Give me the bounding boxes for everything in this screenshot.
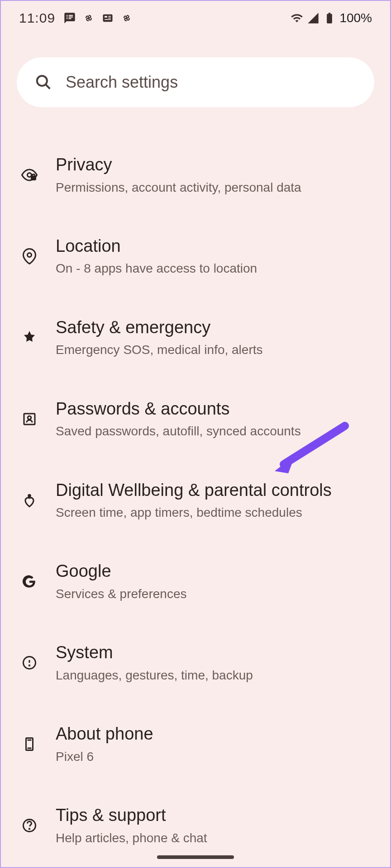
item-subtitle: Screen time, app timers, bedtime schedul…	[56, 505, 370, 521]
svg-rect-3	[108, 17, 111, 18]
notification-icons	[63, 12, 133, 24]
svg-point-12	[29, 495, 31, 497]
message-icon	[63, 12, 76, 24]
status-bar: 11:09 100%	[1, 1, 390, 35]
svg-rect-2	[108, 16, 111, 17]
setting-item-google[interactable]: Google Services & preferences	[1, 541, 390, 622]
setting-item-passwords[interactable]: Passwords & accounts Saved passwords, au…	[1, 378, 390, 460]
svg-rect-0	[103, 14, 113, 21]
svg-rect-8	[32, 176, 36, 180]
item-text: Passwords & accounts Saved passwords, au…	[56, 398, 370, 440]
setting-item-safety[interactable]: Safety & emergency Emergency SOS, medica…	[1, 297, 390, 378]
item-text: System Languages, gestures, time, backup	[56, 642, 370, 684]
item-title: Digital Wellbeing & parental controls	[56, 480, 370, 501]
item-title: Location	[56, 236, 370, 257]
svg-point-11	[28, 416, 31, 420]
status-bar-right: 100%	[291, 11, 372, 25]
svg-point-7	[28, 173, 32, 177]
svg-rect-1	[105, 16, 107, 18]
svg-line-6	[46, 85, 50, 89]
svg-rect-4	[105, 19, 111, 20]
battery-icon	[323, 12, 336, 24]
svg-point-5	[37, 76, 47, 86]
passwords-icon	[21, 411, 38, 427]
system-icon	[21, 655, 38, 671]
item-title: Safety & emergency	[56, 317, 370, 339]
svg-point-9	[28, 253, 32, 257]
item-text: Tips & support Help articles, phone & ch…	[56, 805, 370, 846]
setting-item-location[interactable]: Location On - 8 apps have access to loca…	[1, 216, 390, 297]
status-bar-left: 11:09	[19, 10, 133, 26]
search-icon	[35, 74, 52, 91]
setting-item-about[interactable]: About phone Pixel 6	[1, 703, 390, 785]
item-title: About phone	[56, 723, 370, 745]
item-title: Privacy	[56, 154, 370, 176]
item-text: About phone Pixel 6	[56, 723, 370, 765]
status-time: 11:09	[19, 10, 55, 26]
item-text: Safety & emergency Emergency SOS, medica…	[56, 317, 370, 359]
tips-icon	[21, 817, 38, 834]
setting-item-tips[interactable]: Tips & support Help articles, phone & ch…	[1, 785, 390, 866]
pinwheel-icon-2	[120, 12, 133, 24]
home-indicator[interactable]	[157, 855, 234, 859]
battery-percent: 100%	[339, 11, 372, 25]
privacy-icon	[21, 167, 38, 183]
setting-item-system[interactable]: System Languages, gestures, time, backup	[1, 622, 390, 703]
about-phone-icon	[21, 736, 38, 752]
item-text: Privacy Permissions, account activity, p…	[56, 154, 370, 196]
svg-point-20	[29, 829, 30, 830]
item-title: System	[56, 642, 370, 664]
item-subtitle: On - 8 apps have access to location	[56, 260, 370, 277]
item-title: Google	[56, 561, 370, 582]
location-icon	[21, 248, 38, 264]
wifi-icon	[291, 12, 303, 24]
item-text: Google Services & preferences	[56, 561, 370, 602]
item-subtitle: Emergency SOS, medical info, alerts	[56, 342, 370, 358]
item-subtitle: Permissions, account activity, personal …	[56, 179, 370, 196]
search-bar[interactable]: Search settings	[17, 57, 374, 107]
wellbeing-icon	[21, 492, 38, 509]
svg-point-15	[29, 665, 30, 666]
item-subtitle: Services & preferences	[56, 586, 370, 602]
pinwheel-icon	[82, 12, 95, 24]
setting-item-privacy[interactable]: Privacy Permissions, account activity, p…	[1, 134, 390, 216]
item-text: Location On - 8 apps have access to loca…	[56, 236, 370, 277]
signal-icon	[307, 12, 319, 24]
item-title: Passwords & accounts	[56, 398, 370, 420]
settings-list: Privacy Permissions, account activity, p…	[1, 121, 390, 868]
item-title: Tips & support	[56, 805, 370, 826]
item-subtitle: Languages, gestures, time, backup	[56, 667, 370, 684]
google-icon	[21, 573, 38, 590]
item-subtitle: Help articles, phone & chat	[56, 830, 370, 846]
item-subtitle: Saved passwords, autofill, synced accoun…	[56, 423, 370, 439]
news-icon	[101, 12, 114, 24]
item-text: Digital Wellbeing & parental controls Sc…	[56, 480, 370, 521]
item-subtitle: Pixel 6	[56, 749, 370, 765]
search-placeholder: Search settings	[66, 73, 178, 92]
safety-icon	[21, 330, 38, 346]
setting-item-wellbeing[interactable]: Digital Wellbeing & parental controls Sc…	[1, 460, 390, 541]
